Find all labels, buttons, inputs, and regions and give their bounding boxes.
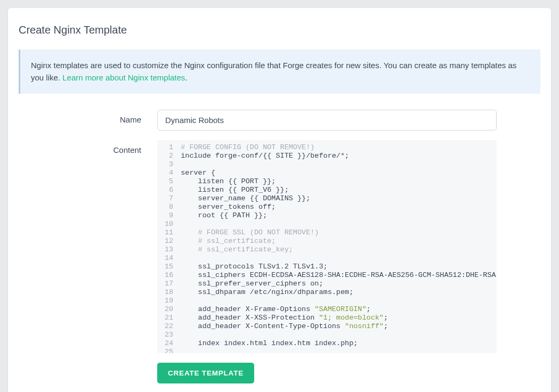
create-template-button[interactable]: CREATE TEMPLATE (157, 363, 254, 383)
content-row: Content 12345678910111213141516171819202… (19, 140, 540, 353)
code-line (181, 297, 491, 305)
page-title: Create Nginx Template (19, 24, 540, 36)
button-row: CREATE TEMPLATE (19, 363, 540, 383)
code-line: add_header X-Frame-Options "SAMEORIGIN"; (181, 305, 491, 314)
code-line (181, 331, 491, 339)
code-line: ssl_dhparam /etc/nginx/dhparams.pem; (181, 288, 491, 297)
code-line: # FORGE SSL (DO NOT REMOVE!) (181, 228, 491, 237)
name-label: Name (19, 110, 157, 124)
code-gutter: 1234567891011121314151617181920212223242… (157, 140, 176, 353)
code-line (181, 160, 491, 169)
content-label: Content (19, 140, 157, 154)
code-line: server_name {{ DOMAINS }}; (181, 194, 491, 203)
info-banner: Nginx templates are used to customize th… (19, 50, 540, 94)
code-line: ssl_ciphers ECDH-ECDSA-AES128-SHA:ECDHE-… (181, 271, 491, 280)
code-line: # FORGE CONFIG (DO NOT REMOVE!) (181, 143, 491, 152)
code-line (181, 220, 491, 228)
code-line: listen {{ PORT }}; (181, 177, 491, 186)
learn-more-link[interactable]: Learn more about Nginx templates (62, 73, 185, 82)
code-line: add_header X-Content-Type-Options "nosni… (181, 322, 491, 331)
code-line (181, 348, 491, 353)
code-line: server { (181, 169, 491, 177)
name-row: Name (19, 110, 540, 130)
info-suffix: . (185, 73, 187, 82)
code-line: server_tokens off; (181, 203, 491, 211)
code-line: listen {{ PORT_V6 }}; (181, 186, 491, 194)
code-line: # ssl_certificate; (181, 237, 491, 246)
code-line: root {{ PATH }}; (181, 211, 491, 220)
code-line (181, 254, 491, 263)
code-line: ssl_protocols TLSv1.2 TLSv1.3; (181, 263, 491, 271)
code-line: ssl_prefer_server_ciphers on; (181, 280, 491, 288)
create-nginx-template-card: Create Nginx Template Nginx templates ar… (8, 8, 551, 392)
code-line: # ssl_certificate_key; (181, 246, 491, 254)
code-line: add_header X-XSS-Protection "1; mode=blo… (181, 314, 491, 322)
code-content[interactable]: # FORGE CONFIG (DO NOT REMOVE!)include f… (176, 140, 497, 353)
content-code-editor[interactable]: 1234567891011121314151617181920212223242… (157, 140, 497, 353)
code-line: index index.html index.htm index.php; (181, 339, 491, 348)
name-input[interactable] (157, 110, 497, 130)
code-line: include forge-conf/{{ SITE }}/before/*; (181, 152, 491, 160)
